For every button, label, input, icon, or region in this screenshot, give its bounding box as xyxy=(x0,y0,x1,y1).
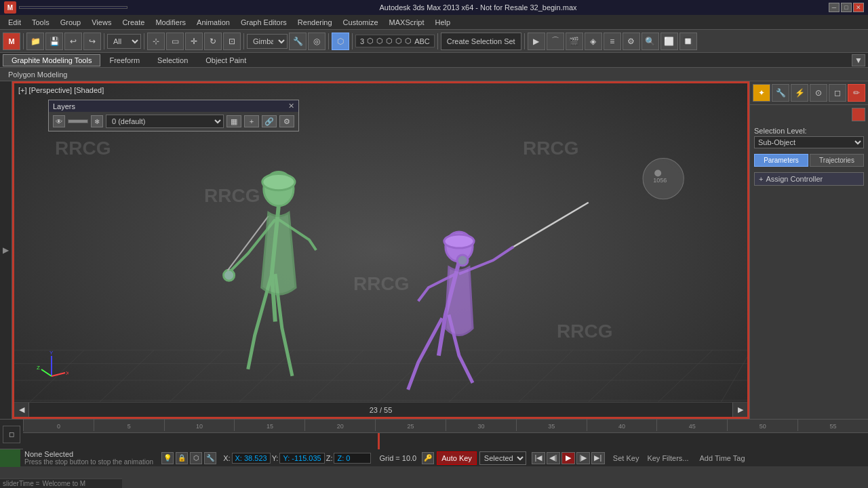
app-icon[interactable]: M xyxy=(3,33,20,50)
menu-graph-editors[interactable]: Graph Editors xyxy=(235,17,292,28)
color-swatch[interactable] xyxy=(852,108,865,121)
save-file-icon[interactable]: 💾 xyxy=(45,33,63,50)
reference-dropdown[interactable]: Gimbal xyxy=(247,34,288,49)
menu-modifiers[interactable]: Modifiers xyxy=(150,17,191,28)
display-panel-icon[interactable]: ◻ xyxy=(829,84,846,102)
status-render-icon[interactable]: ⬡ xyxy=(190,452,202,464)
menu-edit[interactable]: Edit xyxy=(3,17,26,28)
select-tool-icon[interactable]: ⊹ xyxy=(147,33,165,50)
rotate-tool-icon[interactable]: ↻ xyxy=(204,33,222,50)
tab-selection[interactable]: Selection xyxy=(149,54,197,66)
layers-name-dropdown[interactable]: 0 (default) xyxy=(106,115,224,128)
goto-start-button[interactable]: |◀ xyxy=(532,452,545,464)
tab-graphite-modeling[interactable]: Graphite Modeling Tools xyxy=(3,54,100,66)
prev-frame-button[interactable]: ◀| xyxy=(547,452,560,464)
motion-panel-icon[interactable]: ⊙ xyxy=(810,84,827,102)
search-box[interactable] xyxy=(19,6,127,9)
snap-icon3[interactable]: ⬡ xyxy=(386,37,393,45)
scale-tool-icon[interactable]: ⊡ xyxy=(223,33,241,50)
next-frame-button[interactable]: |▶ xyxy=(576,452,590,464)
layers-type-icon[interactable]: ▦ xyxy=(226,115,241,127)
status-snap-icon[interactable]: 🔧 xyxy=(204,452,216,464)
play-button[interactable]: ▶ xyxy=(561,452,575,464)
layers-visibility-icon[interactable]: 👁 xyxy=(53,115,65,127)
selected-dropdown[interactable]: Selected xyxy=(479,451,526,465)
menu-maxscript[interactable]: MAXScript xyxy=(384,17,430,28)
snap-icon1[interactable]: ⬡ xyxy=(367,37,374,45)
open-file-icon[interactable]: 📁 xyxy=(26,33,44,50)
playback-icon[interactable]: ▶ xyxy=(528,33,545,50)
viewport-next-button[interactable]: ▶ xyxy=(732,403,747,418)
layers-close-icon[interactable]: ✕ xyxy=(288,102,294,110)
close-button[interactable]: ✕ xyxy=(853,3,864,12)
layer-icon2[interactable]: ≡ xyxy=(604,33,621,50)
modify-panel-icon[interactable]: 🔧 xyxy=(772,84,789,102)
left-expand-button[interactable]: ▶ xyxy=(0,81,12,419)
maximize-button[interactable]: □ xyxy=(841,3,852,12)
menu-views[interactable]: Views xyxy=(86,17,117,28)
polygon-modeling-tab[interactable]: Polygon Modeling xyxy=(3,70,73,79)
menu-help[interactable]: Help xyxy=(430,17,456,28)
transform-lock-icon[interactable]: 🔑 xyxy=(422,452,434,464)
material-icon[interactable]: ◈ xyxy=(585,33,602,50)
layers-add-icon[interactable]: + xyxy=(244,115,259,127)
menu-rendering[interactable]: Rendering xyxy=(292,17,338,28)
settings-icon[interactable]: ⚙ xyxy=(623,33,640,50)
minimize-button[interactable]: ─ xyxy=(829,3,840,12)
move-tool-icon[interactable]: ✛ xyxy=(185,33,203,50)
layers-link-icon[interactable]: 🔗 xyxy=(262,115,277,127)
viewport-icon[interactable]: ⬡ xyxy=(332,33,349,50)
snap-icon2[interactable]: ⬡ xyxy=(376,37,383,45)
menu-group[interactable]: Group xyxy=(55,17,87,28)
assign-controller-panel[interactable]: + Assign Controller xyxy=(754,172,864,186)
redo-icon[interactable]: ↪ xyxy=(83,33,101,50)
render-icon[interactable]: 🎬 xyxy=(566,33,583,50)
misc-icon3[interactable]: 🔲 xyxy=(679,33,697,50)
timeline-track[interactable] xyxy=(23,433,868,449)
curve-icon[interactable]: ⌒ xyxy=(547,33,564,50)
status-light-icon[interactable]: 💡 xyxy=(161,452,174,464)
menu-customize[interactable]: Customize xyxy=(338,17,384,28)
x-label: X: xyxy=(223,454,230,462)
y-coordinate[interactable]: Y: -115.035 xyxy=(279,453,324,464)
menu-tools[interactable]: Tools xyxy=(26,17,55,28)
layers-settings-icon[interactable]: ⚙ xyxy=(279,115,294,127)
timeline-bar[interactable]: 0 5 10 15 20 25 30 35 40 45 50 55 xyxy=(23,420,868,449)
ribbon-expand-icon[interactable]: ▼ xyxy=(852,54,865,66)
misc-icon1[interactable]: 🔍 xyxy=(642,33,659,50)
layers-freeze-icon[interactable]: ❄ xyxy=(91,115,103,127)
layers-title-bar[interactable]: Layers ✕ xyxy=(49,100,298,112)
selection-level-dropdown[interactable]: Sub-Object xyxy=(754,136,864,148)
angle-snap-icon[interactable]: ◎ xyxy=(308,33,326,50)
status-lock-icon[interactable]: 🔒 xyxy=(176,452,188,464)
parameters-button[interactable]: Parameters xyxy=(754,154,808,167)
viewport-label[interactable]: [+] [Perspective] [Shaded] xyxy=(18,86,104,94)
tab-object-paint[interactable]: Object Paint xyxy=(197,54,255,66)
timeline-square-icon[interactable]: ◻ xyxy=(3,426,20,443)
snap-icon5[interactable]: ⬡ xyxy=(405,37,412,45)
snap-toggle-icon[interactable]: 🔧 xyxy=(289,33,307,50)
viewport-3d[interactable]: [+] [Perspective] [Shaded] Layers ✕ 👁 ❄ … xyxy=(12,81,749,419)
playhead[interactable] xyxy=(378,433,380,449)
undo-icon[interactable]: ↩ xyxy=(64,33,82,50)
key-filters-label[interactable]: Key Filters... xyxy=(644,454,691,462)
menu-create[interactable]: Create xyxy=(117,17,150,28)
trajectories-button[interactable]: Trajectories xyxy=(810,154,864,167)
viewport-prev-button[interactable]: ◀ xyxy=(14,403,29,418)
z-coordinate[interactable]: Z: 0 xyxy=(334,453,371,464)
utility-panel-icon[interactable]: ✏ xyxy=(848,84,865,102)
object-color-swatch[interactable] xyxy=(0,449,20,467)
create-selection-button[interactable]: Create Selection Set xyxy=(441,33,521,50)
tab-freeform[interactable]: Freeform xyxy=(100,54,149,66)
goto-end-button[interactable]: ▶| xyxy=(591,452,605,464)
x-coordinate[interactable]: X: 38.523 xyxy=(232,453,271,464)
misc-icon2[interactable]: ⬜ xyxy=(660,33,678,50)
snap-icon4[interactable]: ⬡ xyxy=(395,37,402,45)
create-panel-icon[interactable]: ✦ xyxy=(753,84,770,102)
menu-animation[interactable]: Animation xyxy=(191,17,235,28)
object-type-dropdown[interactable]: All xyxy=(107,34,141,49)
select-region-icon[interactable]: ▭ xyxy=(166,33,184,50)
auto-key-button[interactable]: Auto Key xyxy=(437,451,477,465)
hierarchy-panel-icon[interactable]: ⚡ xyxy=(791,84,808,102)
snap-icon6[interactable]: ABC xyxy=(414,37,430,45)
